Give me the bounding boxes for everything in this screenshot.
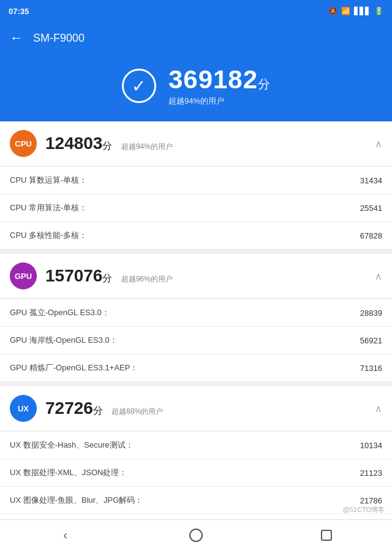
- gpu-row-1: GPU 孤立-OpenGL ES3.0： 28839: [0, 299, 392, 326]
- battery-icon: 🔋: [374, 7, 383, 15]
- ux-row-3-label: UX 图像处理-鱼眼、Blur、JPG解码：: [10, 495, 143, 506]
- gpu-row-2-label: GPU 海岸线-OpenGL ES3.0：: [10, 335, 118, 346]
- total-score: 369182分: [168, 65, 270, 94]
- page-title: SM-F9000: [33, 32, 85, 45]
- ux-row-3-value: 21786: [360, 496, 382, 505]
- main-content: CPU 124803分 超越94%的用户 ∧ CPU 算数运算-单核： 3143…: [0, 121, 392, 550]
- ux-row-1-value: 10134: [360, 441, 382, 450]
- cpu-row-3-value: 67828: [360, 231, 382, 240]
- ux-score-container: 72726分 超越88%的用户: [45, 399, 163, 418]
- cpu-row-2-value: 25541: [360, 204, 382, 213]
- cpu-chevron-icon[interactable]: ∧: [375, 138, 382, 150]
- ux-row-2-value: 21123: [360, 468, 382, 478]
- score-info: 369182分 超越94%的用户: [168, 65, 270, 107]
- gpu-row-3-value: 71316: [360, 364, 382, 373]
- nav-home-icon: [189, 529, 203, 542]
- gpu-chevron-icon[interactable]: ∧: [375, 270, 382, 282]
- gpu-row-1-label: GPU 孤立-OpenGL ES3.0：: [10, 307, 110, 318]
- cpu-row-3-label: CPU 多核性能-多核：: [10, 230, 87, 241]
- wifi-icon: 📶: [341, 7, 350, 15]
- gpu-section: GPU 157076分 超越96%的用户 ∧ GPU 孤立-OpenGL ES3…: [0, 254, 392, 381]
- gpu-row-1-value: 28839: [360, 308, 382, 318]
- mute-icon: 🔕: [328, 7, 337, 15]
- cpu-row-1-label: CPU 算数运算-单核：: [10, 175, 87, 186]
- ux-row-3: UX 图像处理-鱼眼、Blur、JPG解码： 21786: [0, 486, 392, 514]
- gpu-percentile: 超越96%的用户: [121, 275, 173, 283]
- nav-back-icon: ‹: [63, 528, 67, 542]
- ux-badge: UX: [10, 395, 37, 422]
- check-circle-icon: ✓: [122, 69, 156, 103]
- cpu-section-header[interactable]: CPU 124803分 超越94%的用户 ∧: [0, 121, 392, 166]
- gpu-row-3-label: GPU 精炼厂-OpenGL ES3.1+AEP：: [10, 362, 138, 373]
- ux-chevron-icon[interactable]: ∧: [375, 403, 382, 414]
- cpu-row-2-label: CPU 常用算法-单核：: [10, 202, 87, 213]
- nav-back-button[interactable]: ‹: [47, 524, 84, 546]
- gpu-section-header[interactable]: GPU 157076分 超越96%的用户 ∧: [0, 254, 392, 299]
- status-time: 07:35: [9, 7, 29, 16]
- ux-row-2-label: UX 数据处理-XML、JSON处理：: [10, 467, 127, 478]
- cpu-score-container: 124803分 超越94%的用户: [45, 134, 173, 153]
- cpu-row-1-value: 31434: [360, 176, 382, 185]
- nav-recent-icon: [321, 530, 332, 541]
- nav-home-button[interactable]: [178, 524, 214, 546]
- cpu-badge: CPU: [10, 130, 37, 157]
- gpu-score-container: 157076分 超越96%的用户: [45, 266, 173, 286]
- cpu-row-1: CPU 算数运算-单核： 31434: [0, 166, 392, 194]
- cpu-percentile: 超越94%的用户: [121, 142, 173, 151]
- gpu-row-2-value: 56921: [360, 336, 382, 345]
- cpu-section: CPU 124803分 超越94%的用户 ∧ CPU 算数运算-单核： 3143…: [0, 121, 392, 249]
- ux-row-1-label: UX 数据安全-Hash、Secure测试：: [10, 440, 134, 451]
- cpu-row-2: CPU 常用算法-单核： 25541: [0, 194, 392, 221]
- ux-section: UX 72726分 超越88%的用户 ∧ UX 数据安全-Hash、Secure…: [0, 386, 392, 541]
- status-icons: 🔕 📶 ▋▋▋ 🔋: [328, 7, 383, 15]
- title-bar: ← SM-F9000: [0, 22, 392, 54]
- score-header: ✓ 369182分 超越94%的用户: [0, 54, 392, 121]
- gpu-row-3: GPU 精炼厂-OpenGL ES3.1+AEP： 71316: [0, 354, 392, 381]
- score-subtitle: 超越94%的用户: [168, 96, 270, 107]
- cpu-score: 124803: [45, 134, 102, 153]
- back-button[interactable]: ←: [10, 30, 23, 46]
- signal-icon: ▋▋▋: [354, 7, 371, 15]
- nav-recent-button[interactable]: [308, 524, 345, 546]
- ux-score: 72726: [45, 399, 93, 418]
- bottom-nav: ‹: [0, 519, 392, 550]
- ux-row-1: UX 数据安全-Hash、Secure测试： 10134: [0, 431, 392, 459]
- cpu-row-3: CPU 多核性能-多核： 67828: [0, 221, 392, 249]
- gpu-badge: GPU: [10, 262, 37, 289]
- gpu-score: 157076: [45, 266, 102, 285]
- ux-percentile: 超越88%的用户: [111, 407, 163, 416]
- status-bar: 07:35 🔕 📶 ▋▋▋ 🔋: [0, 0, 392, 22]
- watermark: @51CTO博客: [343, 505, 385, 514]
- ux-section-header[interactable]: UX 72726分 超越88%的用户 ∧: [0, 386, 392, 431]
- gpu-row-2: GPU 海岸线-OpenGL ES3.0： 56921: [0, 326, 392, 354]
- ux-row-2: UX 数据处理-XML、JSON处理： 21123: [0, 459, 392, 486]
